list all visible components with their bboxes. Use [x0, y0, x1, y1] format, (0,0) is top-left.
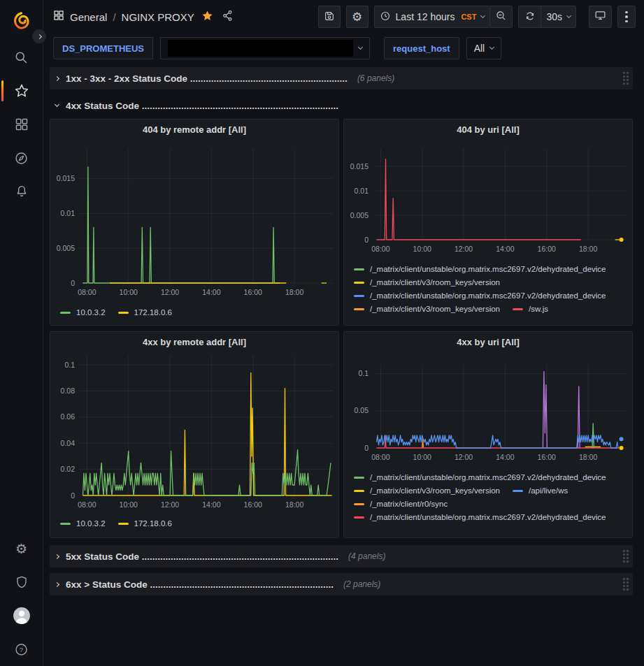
legend-color-swatch	[354, 490, 364, 492]
legend-item[interactable]: /_matrix/client/unstable/org.matrix.msc2…	[354, 473, 606, 482]
svg-text:18:00: 18:00	[579, 453, 597, 461]
row-drag-handle[interactable]	[623, 72, 629, 85]
row-title: 1xx - 3xx - 2xx Status Code ............…	[66, 73, 348, 84]
panel-title[interactable]: 4xx by uri [All]	[344, 332, 632, 350]
gear-icon: ⚙	[352, 11, 362, 23]
dashboards-grid-icon	[15, 117, 29, 131]
time-series-plot[interactable]: 08:0010:0012:0014:0016:0018:0000.050.1	[344, 362, 632, 466]
svg-text:0: 0	[71, 279, 75, 287]
kebab-menu-icon	[625, 11, 628, 23]
variable-request-host-value-dropdown[interactable]: All	[466, 37, 502, 59]
svg-text:10:00: 10:00	[413, 453, 431, 461]
legend-label: /_matrix/client/unstable/org.matrix.msc2…	[370, 473, 606, 482]
svg-text:0.005: 0.005	[350, 211, 368, 219]
panel-legend: 10.0.3.2172.18.0.6	[50, 518, 338, 528]
bell-icon	[15, 184, 29, 198]
legend-item[interactable]: /_matrix/client/unstable/org.matrix.msc2…	[354, 513, 606, 521]
refresh-icon	[524, 10, 536, 24]
save-dashboard-button[interactable]	[318, 6, 341, 28]
sidebar: ⚙ ?	[0, 0, 43, 666]
variable-request-host: request_host	[384, 37, 459, 59]
sidebar-expand-button[interactable]	[31, 29, 47, 44]
svg-text:0.1: 0.1	[64, 361, 75, 369]
legend-label: /_matrix/client/unstable/org.matrix.msc2…	[370, 265, 606, 273]
legend-item[interactable]: /_matrix/client/v3/room_keys/version	[354, 486, 500, 495]
refresh-interval-select[interactable]: 30s	[541, 6, 576, 28]
legend-item[interactable]: 172.18.0.6	[118, 519, 172, 528]
legend-label: 172.18.0.6	[134, 308, 172, 317]
panel-legend: /_matrix/client/unstable/org.matrix.msc2…	[344, 472, 632, 521]
header-toolbar: ⚙ Last 12 hours CST	[318, 6, 636, 28]
row-1xx-3xx-2xx[interactable]: 1xx - 3xx - 2xx Status Code ............…	[50, 67, 633, 89]
svg-text:14:00: 14:00	[202, 288, 220, 296]
legend-item[interactable]: /_matrix/client/r0/sync	[354, 500, 448, 508]
legend-label: /api/live/ws	[529, 486, 568, 495]
clock-icon	[380, 10, 391, 24]
sidebar-item-dashboards[interactable]	[0, 108, 43, 141]
legend-label: /_matrix/client/unstable/org.matrix.msc2…	[370, 291, 606, 300]
time-series-plot[interactable]: 08:0010:0012:0014:0016:0018:0000.0050.01…	[50, 146, 338, 301]
sidebar-item-explore[interactable]	[0, 141, 43, 175]
legend-color-swatch	[513, 308, 523, 310]
row-drag-handle[interactable]	[623, 550, 629, 563]
sidebar-item-help[interactable]: ?	[0, 632, 43, 666]
cycle-view-mode-button[interactable]	[589, 6, 612, 28]
legend-item[interactable]: /_matrix/client/v3/room_keys/version	[354, 305, 500, 313]
sidebar-item-starred[interactable]	[0, 74, 43, 108]
legend-item[interactable]: /_matrix/client/unstable/org.matrix.msc2…	[354, 265, 606, 273]
time-range-picker[interactable]: Last 12 hours CST	[374, 6, 491, 28]
refresh-group: 30s	[518, 6, 576, 28]
time-series-plot[interactable]: 08:0010:0012:0014:0016:0018:0000.0050.01…	[344, 146, 632, 258]
legend-item[interactable]: /_matrix/client/v3/room_keys/version	[354, 278, 500, 287]
panel-title[interactable]: 404 by uri [All]	[344, 120, 632, 138]
time-series-plot[interactable]: 08:0010:0012:0014:0016:0018:0000.020.040…	[50, 353, 338, 514]
legend-item[interactable]: 172.18.0.6	[118, 308, 172, 317]
panel-legend: /_matrix/client/unstable/org.matrix.msc2…	[344, 263, 632, 313]
sidebar-item-search[interactable]	[0, 41, 43, 74]
chevron-right-icon	[55, 581, 59, 586]
row-6xx[interactable]: 6xx > Status Code ......................…	[50, 573, 633, 595]
panel-grid: 404 by remote addr [All] 08:0010:0012:00…	[50, 119, 644, 538]
sidebar-item-profile[interactable]	[0, 599, 43, 632]
legend-color-swatch	[354, 516, 364, 519]
panel-title[interactable]: 404 by remote addr [All]	[50, 120, 338, 138]
favorite-star-icon[interactable]	[201, 10, 213, 24]
svg-text:16:00: 16:00	[244, 500, 262, 509]
legend-item[interactable]: /api/live/ws	[513, 486, 568, 495]
svg-text:12:00: 12:00	[455, 245, 473, 253]
row-title: 5xx Status Code ........................…	[66, 551, 338, 562]
panel-legend: 10.0.3.2172.18.0.6	[50, 307, 338, 317]
svg-text:10:00: 10:00	[413, 245, 431, 253]
legend-label: 10.0.3.2	[76, 519, 106, 528]
variable-ds-prometheus-value-dropdown[interactable]	[160, 37, 370, 59]
legend-item[interactable]: /sw.js	[513, 305, 548, 313]
share-icon[interactable]	[222, 10, 234, 24]
sidebar-item-alerting[interactable]	[0, 175, 43, 208]
legend-item[interactable]: /_matrix/client/unstable/org.matrix.msc2…	[354, 291, 606, 300]
panel-title[interactable]: 4xx by remote addr [All]	[50, 332, 338, 350]
search-icon	[14, 50, 29, 65]
chart-canvas: 08:0010:0012:0014:0016:0018:0000.0050.01…	[50, 146, 337, 298]
dashboard-settings-button[interactable]: ⚙	[346, 6, 368, 28]
breadcrumb-section[interactable]: General	[70, 11, 107, 23]
zoom-out-time-button[interactable]	[490, 6, 513, 28]
row-5xx[interactable]: 5xx Status Code ........................…	[50, 545, 633, 567]
legend-label: /_matrix/client/v3/room_keys/version	[370, 305, 500, 313]
sidebar-item-configuration[interactable]: ⚙	[0, 532, 43, 565]
more-options-button[interactable]	[617, 6, 636, 28]
legend-color-swatch	[60, 312, 71, 314]
refresh-button[interactable]	[518, 6, 541, 28]
sidebar-item-server-admin[interactable]	[0, 565, 43, 599]
legend-color-swatch	[118, 523, 129, 525]
legend-item[interactable]: 10.0.3.2	[60, 519, 106, 528]
dashboard-title[interactable]: NGINX PROXY	[122, 11, 194, 23]
help-icon: ?	[14, 642, 29, 657]
chart-canvas: 08:0010:0012:0014:0016:0018:0000.020.040…	[50, 353, 337, 511]
row-4xx[interactable]: 4xx Status Code ........................…	[50, 95, 633, 116]
variable-label: DS_PROMETHEUS	[53, 37, 153, 59]
main-area: General / NGINX PROXY ⚙	[43, 0, 644, 666]
row-drag-handle[interactable]	[623, 578, 629, 591]
row-panel-count: (2 panels)	[343, 579, 380, 589]
legend-color-swatch	[354, 295, 364, 297]
legend-item[interactable]: 10.0.3.2	[60, 308, 106, 317]
